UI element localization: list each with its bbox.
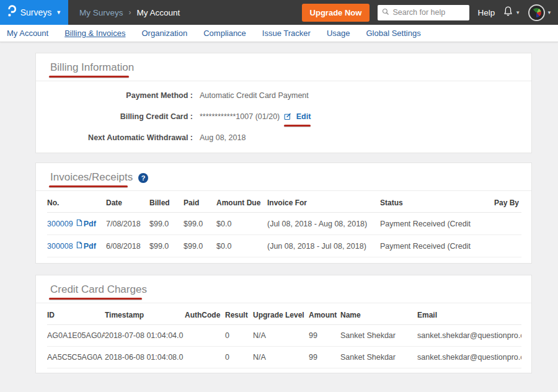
billing-credit-card-row: Billing Credit Card : ************1007 (… <box>50 110 517 123</box>
pdf-icon <box>76 242 82 251</box>
tab-my-account[interactable]: My Account <box>7 29 48 38</box>
billing-information-panel: Billing Information Payment Method : Aut… <box>35 53 532 153</box>
invoice-paid: $99.0 <box>184 213 216 235</box>
questionpro-logo-icon <box>7 5 16 20</box>
pdf-icon <box>76 220 82 228</box>
edit-pencil-icon <box>284 112 293 121</box>
bell-icon <box>503 6 513 19</box>
invoice-pay-by <box>472 213 521 235</box>
tab-global-settings[interactable]: Global Settings <box>366 29 420 38</box>
search-icon <box>382 7 389 18</box>
col-pay-by: Pay By <box>472 194 521 213</box>
charges-table: ID Timestamp AuthCode Result Upgrade Lev… <box>47 306 521 368</box>
upgrade-now-button[interactable]: Upgrade Now <box>302 4 370 22</box>
col-upgrade-level: Upgrade Level <box>253 306 309 325</box>
charge-name: Sanket Shekdar <box>340 347 417 368</box>
help-link[interactable]: Help <box>477 8 495 17</box>
col-billed: Billed <box>149 194 184 213</box>
tab-compliance[interactable]: Compliance <box>203 29 246 38</box>
next-withdrawal-row: Next Automatic Withdrawal : Aug 08, 2018 <box>50 131 517 144</box>
col-email: Email <box>417 306 521 325</box>
invoice-date: 7/08/2018 <box>106 213 149 235</box>
credit-card-charges-panel: Credit Card Charges ID Timestamp AuthCod… <box>35 275 532 373</box>
col-id: ID <box>47 306 105 325</box>
invoices-receipts-title: Invoices/Receipts <box>50 171 133 184</box>
main-content: Billing Information Payment Method : Aut… <box>0 42 558 373</box>
col-date: Date <box>106 194 149 213</box>
tab-billing-invoices[interactable]: Billing & Invoices <box>64 29 125 38</box>
charge-timestamp: 2018-06-08 01:04:08.0 <box>105 347 185 368</box>
invoices-table: No. Date Billed Paid Amount Due Invoice … <box>47 194 521 257</box>
col-timestamp: Timestamp <box>105 306 185 325</box>
account-menu[interactable]: ▼ <box>528 4 552 21</box>
breadcrumb: My Surveys › My Account <box>79 8 180 17</box>
topbar-actions: Upgrade Now Help ▼ ▼ <box>302 4 558 22</box>
tab-issue-tracker[interactable]: Issue Tracker <box>262 29 311 38</box>
credit-card-charges-title: Credit Card Charges <box>50 283 147 296</box>
tab-usage[interactable]: Usage <box>327 29 350 38</box>
invoice-status: Payment Received (Credit Card) <box>380 213 472 235</box>
invoice-for: (Jun 08, 2018 - Jul 08, 2018) <box>267 235 380 257</box>
help-search[interactable] <box>378 5 469 20</box>
charge-email: sanket.shekdar@questionpro.com <box>417 325 521 347</box>
chevron-down-icon: ▼ <box>56 9 61 16</box>
col-status: Status <box>380 194 472 213</box>
next-withdrawal-value: Aug 08, 2018 <box>200 131 246 144</box>
avatar <box>528 4 545 21</box>
invoice-pdf-link[interactable]: Pdf <box>84 242 96 251</box>
charge-upgrade-level: N/A <box>253 347 309 368</box>
charge-row: AA5C5C5AG0A 2018-06-08 01:04:08.0 0 N/A … <box>47 347 521 368</box>
tab-organization[interactable]: Organization <box>141 29 187 38</box>
invoice-status: Payment Received (Credit Card) <box>380 235 472 257</box>
invoice-number-link[interactable]: 300008 <box>47 242 73 251</box>
breadcrumb-parent[interactable]: My Surveys <box>79 8 123 17</box>
chevron-down-icon: ▼ <box>547 10 552 16</box>
charge-result: 0 <box>225 347 253 368</box>
help-icon[interactable]: ? <box>138 173 148 183</box>
col-result: Result <box>225 306 253 325</box>
invoice-paid: $99.0 <box>184 235 216 257</box>
invoice-pdf-link[interactable]: Pdf <box>84 220 96 228</box>
charge-amount: 99 <box>309 347 340 368</box>
charge-upgrade-level: N/A <box>253 325 309 347</box>
notifications-menu[interactable]: ▼ <box>503 6 520 19</box>
charge-authcode <box>185 325 225 347</box>
billing-credit-card-value: ************1007 (01/20) <box>200 110 280 123</box>
invoice-number-link[interactable]: 300009 <box>47 220 73 228</box>
col-authcode: AuthCode <box>185 306 225 325</box>
payment-method-label: Payment Method : <box>50 89 193 102</box>
edit-link-label: Edit <box>296 112 311 121</box>
col-amount: Amount <box>309 306 340 325</box>
charge-authcode <box>185 347 225 368</box>
search-input[interactable] <box>392 8 465 17</box>
product-name: Surveys <box>20 7 52 17</box>
account-nav: My Account Billing & Invoices Organizati… <box>0 25 558 42</box>
col-paid: Paid <box>184 194 216 213</box>
charge-email: sanket.shekdar@questionpro.com <box>417 347 521 368</box>
charge-row: AG0A1E05AG0A 2018-07-08 01:04:04.0 0 N/A… <box>47 325 521 347</box>
next-withdrawal-label: Next Automatic Withdrawal : <box>50 131 193 144</box>
invoice-for: (Jul 08, 2018 - Aug 08, 2018) <box>267 213 380 235</box>
invoice-billed: $99.0 <box>149 213 184 235</box>
col-name: Name <box>340 306 417 325</box>
col-invoice-for: Invoice For <box>267 194 380 213</box>
invoice-pay-by <box>472 235 521 257</box>
charge-amount: 99 <box>309 325 340 347</box>
invoice-amount-due: $0.0 <box>216 213 267 235</box>
invoice-billed: $99.0 <box>149 235 184 257</box>
breadcrumb-separator-icon: › <box>129 8 131 17</box>
payment-method-row: Payment Method : Automatic Credit Card P… <box>50 89 517 102</box>
col-no: No. <box>47 194 106 213</box>
edit-credit-card-link[interactable]: Edit <box>284 110 311 123</box>
breadcrumb-current: My Account <box>137 8 180 17</box>
product-switcher[interactable]: Surveys ▼ <box>0 0 68 25</box>
billing-information-title: Billing Information <box>50 61 134 74</box>
invoices-receipts-panel: Invoices/Receipts ? No. Date Billed Paid… <box>35 163 532 264</box>
charge-result: 0 <box>225 325 253 347</box>
invoice-row: 300009Pdf 7/08/2018 $99.0 $99.0 $0.0 (Ju… <box>47 213 521 235</box>
charge-id: AG0A1E05AG0A <box>47 325 105 347</box>
payment-method-value: Automatic Credit Card Payment <box>200 89 309 102</box>
charge-name: Sanket Shekdar <box>340 325 417 347</box>
invoice-row: 300008Pdf 6/08/2018 $99.0 $99.0 $0.0 (Ju… <box>47 235 521 257</box>
charge-id: AA5C5C5AG0A <box>47 347 105 368</box>
